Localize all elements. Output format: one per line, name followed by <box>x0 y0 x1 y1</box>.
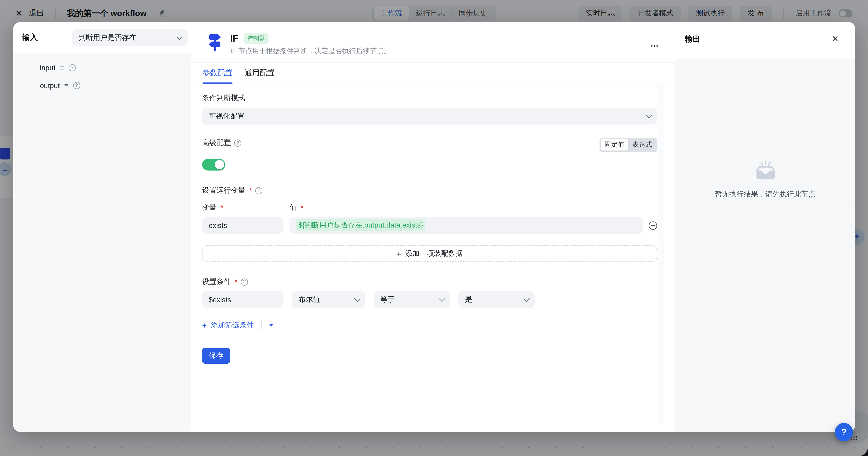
input-panel-body: input ≡ ? output ≡ ? <box>13 53 191 432</box>
help-circle-icon[interactable]: ? <box>68 64 76 71</box>
list-item[interactable]: output ≡ ? <box>40 77 191 94</box>
add-filter-row: + 添加筛选条件 <box>202 320 675 330</box>
toggle-knob <box>215 160 224 170</box>
output-panel-body: 暂无执行结果，请先执行此节点 <box>675 59 855 432</box>
minus-circle-icon[interactable] <box>649 221 657 230</box>
field-name: output <box>40 81 60 89</box>
condition-mode-value: 可视化配置 <box>209 111 245 121</box>
col-variable-label: 变量 <box>202 203 217 213</box>
help-circle-icon[interactable]: ? <box>255 187 262 194</box>
chevron-down-icon <box>176 34 183 40</box>
chevron-down-icon <box>646 112 652 119</box>
tab-general-config[interactable]: 通用配置 <box>245 63 275 84</box>
node-config-modal: 输入 判断用户是否存在 input ≡ ? output ≡ ? <box>13 22 856 432</box>
plus-icon: + <box>202 320 207 330</box>
segment-expression[interactable]: 表达式 <box>628 139 656 151</box>
condition-value-select[interactable]: 是 <box>458 291 535 308</box>
node-header-text: IF 控制器 IF 节点用于根据条件判断，决定是否执行后续节点。 <box>230 33 391 56</box>
list-item[interactable]: input ≡ ? <box>40 59 191 77</box>
save-button[interactable]: 保存 <box>202 347 230 364</box>
empty-state-text: 暂无执行结果，请先执行此节点 <box>715 189 816 200</box>
variable-value-input[interactable]: ${判断用户是否存在.output.data.exists} <box>289 217 643 234</box>
input-panel-header: 输入 判断用户是否存在 <box>13 22 191 53</box>
node-name: IF <box>230 33 238 43</box>
chevron-down-icon <box>439 296 445 302</box>
scrollbar[interactable] <box>657 83 663 424</box>
output-panel: 输出 ✕ 暂无执行结果，请先执行此节点 <box>675 22 855 432</box>
advanced-config-row: 高级配置 ? 固定值 表达式 <box>202 138 657 152</box>
help-button[interactable]: ? <box>835 423 853 441</box>
source-node-select[interactable]: 判断用户是否存在 <box>72 29 188 46</box>
runtime-vars-heading: 设置运行变量* ? <box>202 185 675 195</box>
tab-param-config[interactable]: 参数配置 <box>203 63 232 84</box>
menu-icon[interactable]: ≡ <box>64 81 68 89</box>
conditions-heading: 设置条件* ? <box>202 277 675 287</box>
workflow-editor: ✕ 退出 我的第一个 workflow ✎ 工作流 运行日志 同步历史 实时日志… <box>0 0 868 456</box>
node-header: IF 控制器 IF 节点用于根据条件判断，决定是否执行后续节点。 ••• <box>191 22 676 63</box>
segment-fixed-value[interactable]: 固定值 <box>600 139 628 151</box>
node-description: IF 节点用于根据条件判断，决定是否执行后续节点。 <box>230 47 391 56</box>
output-panel-header: 输出 ✕ <box>675 22 855 59</box>
more-icon[interactable]: ••• <box>651 43 659 49</box>
caret-down-icon[interactable] <box>269 324 273 326</box>
field-name: input <box>40 63 56 72</box>
condition-operator-select[interactable]: 等于 <box>374 291 450 308</box>
plus-icon: + <box>396 249 401 258</box>
help-circle-icon[interactable]: ? <box>241 278 248 285</box>
chevron-down-icon <box>354 296 361 302</box>
chevron-down-icon <box>524 296 530 302</box>
config-tabs: 参数配置 通用配置 <box>191 63 676 84</box>
runtime-vars-columns: 变量* 值* <box>202 203 675 213</box>
condition-type-select[interactable]: 布尔值 <box>292 291 365 308</box>
input-panel: 输入 判断用户是否存在 input ≡ ? output ≡ ? <box>13 22 191 432</box>
expression-token[interactable]: ${判断用户是否存在.output.data.exists} <box>296 219 425 231</box>
variable-name-input[interactable]: exists <box>202 217 283 234</box>
condition-field-input[interactable]: $exists <box>202 291 283 308</box>
condition-row: $exists 布尔值 等于 是 <box>202 291 675 308</box>
divider <box>261 321 261 329</box>
add-assemble-data-button[interactable]: + 添加一项装配数据 <box>202 245 657 262</box>
col-value-label: 值 <box>289 203 297 213</box>
input-panel-title: 输入 <box>22 33 72 43</box>
node-config-panel: IF 控制器 IF 节点用于根据条件判断，决定是否执行后续节点。 ••• 参数配… <box>191 22 676 432</box>
config-form: 条件判断模式 可视化配置 高级配置 ? 固定值 表达式 <box>191 84 676 432</box>
value-type-segment: 固定值 表达式 <box>599 138 657 152</box>
help-circle-icon[interactable]: ? <box>73 82 80 89</box>
advanced-config-toggle[interactable] <box>202 159 225 171</box>
advanced-config-label: 高级配置 ? <box>202 138 241 148</box>
empty-inbox-icon <box>753 159 778 182</box>
if-node-icon <box>208 33 222 52</box>
node-type-badge: 控制器 <box>244 33 269 44</box>
add-filter-button[interactable]: 添加筛选条件 <box>211 320 254 330</box>
source-node-value: 判断用户是否存在 <box>79 33 136 43</box>
runtime-var-row: exists ${判断用户是否存在.output.data.exists} <box>202 217 675 234</box>
menu-icon[interactable]: ≡ <box>60 63 64 72</box>
help-circle-icon[interactable]: ? <box>234 139 241 147</box>
condition-mode-select[interactable]: 可视化配置 <box>202 108 657 124</box>
close-icon[interactable]: ✕ <box>832 34 839 43</box>
output-panel-title: 输出 <box>685 34 700 44</box>
condition-mode-label: 条件判断模式 <box>202 93 675 103</box>
question-glyph: ? <box>841 427 846 437</box>
